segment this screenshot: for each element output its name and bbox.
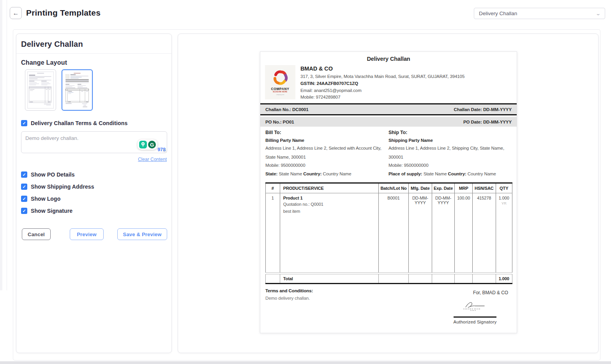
checkbox-checked-icon[interactable]: ✓ xyxy=(21,120,27,126)
checkbox-checked-icon[interactable]: ✓ xyxy=(21,208,27,214)
pos-state-value: State Name xyxy=(424,171,447,176)
checkbox-checked-icon[interactable]: ✓ xyxy=(21,196,27,202)
billing-party-name: Billing Party Name xyxy=(265,138,383,143)
change-layout-label: Change Layout xyxy=(21,59,167,66)
total-empty-cell xyxy=(409,274,432,283)
col-mrp: MRP xyxy=(455,183,473,193)
show-signature-checkbox-row[interactable]: ✓ Show Signature xyxy=(21,208,167,214)
total-empty-cell xyxy=(455,274,473,283)
left-rail xyxy=(0,0,2,290)
signature-block: For, BMAD & CO Authorized Signatory xyxy=(442,290,508,324)
show-shipping-address-checkbox-row[interactable]: ✓ Show Shipping Address xyxy=(21,184,167,190)
challan-meta-bar: Challan No.: DC0001 Challan Date: DD-MM-… xyxy=(260,104,517,114)
place-of-supply-line: Place of supply: State Name Country: Cou… xyxy=(388,170,506,178)
document-title: Delivery Challan xyxy=(260,52,517,62)
place-of-supply-label: Place of supply: xyxy=(388,171,422,176)
country-label: Country: xyxy=(303,171,321,176)
template-dropdown[interactable]: Delivery Challan ⌄ xyxy=(474,8,605,19)
total-qty: 1.000 xyxy=(496,274,512,283)
action-buttons: Cancel Preview Save & Preview xyxy=(16,228,171,240)
bill-to-block: Bill To: Billing Party Name Address Line… xyxy=(265,130,388,178)
company-address: 317, 3, Silver Empire, Mota Varachha Mai… xyxy=(300,73,464,80)
terms-conditions-label: Delivery Challan Terms & Conditions xyxy=(31,120,127,126)
po-number: PO No.: PO01 xyxy=(265,120,294,124)
show-signature-label: Show Signature xyxy=(31,208,72,214)
show-po-details-checkbox-row[interactable]: ✓ Show PO Details xyxy=(21,171,167,178)
authorized-signatory-label: Authorized Signatory xyxy=(442,320,508,324)
chevron-down-icon: ⌄ xyxy=(595,11,601,16)
delivery-challan-document: Delivery Challan COMPANY xyxy=(260,51,517,333)
parties-section: Bill To: Billing Party Name Address Line… xyxy=(260,127,517,181)
terms-conditions-checkbox-row[interactable]: ✓ Delivery Challan Terms & Conditions xyxy=(21,120,167,126)
company-info: BMAD & CO 317, 3, Silver Empire, Mota Va… xyxy=(300,65,464,101)
cancel-button[interactable]: Cancel xyxy=(22,228,51,240)
company-logo: COMPANY SLOGAN HERE company.com xyxy=(265,65,295,99)
textarea-resize-handle[interactable] xyxy=(163,149,166,152)
country-value: Country Name xyxy=(468,171,496,176)
total-label: Total xyxy=(280,274,378,283)
show-logo-checkbox-row[interactable]: ✓ Show Logo xyxy=(21,196,167,202)
layout-option-2-selected[interactable] xyxy=(62,69,93,111)
total-empty-cell xyxy=(266,274,280,283)
challan-date: Challan Date: DD-MM-YYYY xyxy=(454,107,512,112)
panel-title: Delivery Challan xyxy=(16,34,171,54)
content-container: Delivery Challan Change Layout xyxy=(13,29,600,360)
col-exp: Exp. Date xyxy=(432,183,455,193)
company-gstin: GSTIN: 24AAZFB0707C1ZQ xyxy=(300,80,464,87)
col-hsn: HSN/SAC xyxy=(473,183,496,193)
display-options: ✓ Show PO Details ✓ Show Shipping Addres… xyxy=(16,171,171,214)
show-logo-label: Show Logo xyxy=(31,196,60,202)
printing-templates-screen: ← Printing Templates Delivery Challan ⌄ … xyxy=(0,0,611,364)
suggestion-bulb-icon[interactable] xyxy=(139,141,147,148)
shipping-mobile: Mobile: 9500000000 xyxy=(388,161,506,170)
layout-options xyxy=(25,69,167,111)
item-mrp: 100.00 xyxy=(455,193,473,272)
document-header: COMPANY SLOGAN HERE company.com BMAD & C… xyxy=(260,62,517,103)
back-button[interactable]: ← xyxy=(10,7,22,19)
checkbox-checked-icon[interactable]: ✓ xyxy=(21,184,27,190)
company-logo-graphic xyxy=(272,69,289,86)
item-hsn: 415278 xyxy=(473,193,496,272)
layout-2-thumbnail-graphic xyxy=(64,72,90,108)
company-email: Email: anant251@yopmail.com xyxy=(300,87,464,94)
billing-address: Address Line 1, Address Line 2, Selected… xyxy=(265,144,383,161)
total-row: Total 1.000 xyxy=(266,274,512,283)
country-value: Country Name xyxy=(323,171,351,176)
preview-button[interactable]: Preview xyxy=(70,228,104,240)
logo-company-text: COMPANY xyxy=(271,87,289,91)
item-product-name: Product 1 xyxy=(283,196,377,200)
grammarly-g-icon[interactable]: G xyxy=(148,141,156,148)
col-mfg: Mfg. Date xyxy=(409,183,432,193)
layout-1-thumbnail-graphic xyxy=(27,71,54,109)
clear-content-link[interactable]: Clear Content xyxy=(138,157,167,162)
checkbox-checked-icon[interactable]: ✓ xyxy=(21,171,27,178)
item-qty: 1.000 xyxy=(499,196,509,200)
item-description: best item xyxy=(283,209,377,214)
shipping-address: Address Line 1, Address Line 2, Shipping… xyxy=(388,144,506,161)
page-title: Printing Templates xyxy=(26,8,101,18)
billing-state-country: State: State Name Country: Country Name xyxy=(265,170,383,178)
grammarly-widget[interactable]: G xyxy=(138,140,157,150)
company-name: BMAD & CO xyxy=(300,65,464,72)
logo-slogan-text: SLOGAN HERE xyxy=(273,91,287,93)
bill-to-heading: Bill To: xyxy=(265,130,383,135)
item-product-cell: Product 1 Quotation no.: Q0001 best item xyxy=(280,193,378,272)
po-date: PO Date: DD-MM-YYYY xyxy=(463,120,512,124)
clear-content-row: Clear Content xyxy=(21,155,167,163)
item-quotation-ref: Quotation no.: Q0001 xyxy=(283,202,377,207)
total-empty-cell xyxy=(473,274,496,283)
po-meta-bar: PO No.: PO01 PO Date: DD-MM-YYYY xyxy=(260,117,517,127)
preview-panel: Delivery Challan COMPANY xyxy=(178,34,599,353)
layout-option-1[interactable] xyxy=(25,69,56,111)
terms-textarea-container: Demo delivery challan. G 978 xyxy=(21,131,167,153)
col-product: PRODUCT/SERVICE xyxy=(280,183,378,193)
state-value: State Name xyxy=(279,171,302,176)
show-po-details-label: Show PO Details xyxy=(31,171,75,178)
item-exp-date: DD-MM-YYYY xyxy=(432,193,455,272)
item-qty-cell: 1.000 YR xyxy=(496,193,512,272)
save-and-preview-button[interactable]: Save & Preview xyxy=(117,228,167,240)
signature-line xyxy=(454,316,496,318)
item-qty-unit: YR xyxy=(498,201,510,205)
bulb-glyph xyxy=(141,142,145,147)
state-label: State: xyxy=(265,171,277,176)
